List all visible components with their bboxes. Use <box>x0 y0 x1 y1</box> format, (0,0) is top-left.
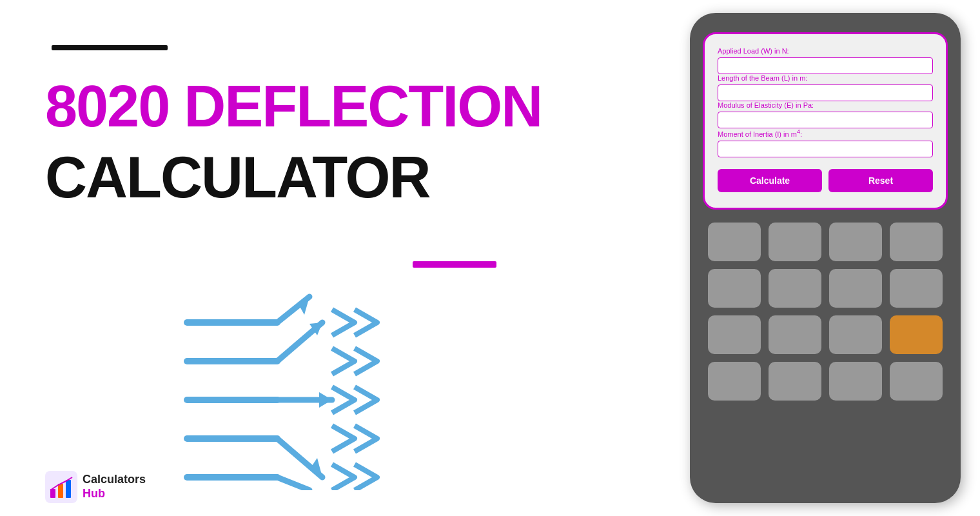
svg-marker-8 <box>319 392 332 408</box>
numpad <box>703 223 948 401</box>
logo-icon <box>45 471 77 503</box>
calculator-screen: Applied Load (W) in N: Length of the Bea… <box>703 32 948 210</box>
label-beam-length: Length of the Beam (L) in m: <box>718 74 933 82</box>
input-beam-length[interactable] <box>718 84 933 101</box>
key-14[interactable] <box>829 362 882 401</box>
calculator-container: Applied Load (W) in N: Length of the Bea… <box>690 13 961 503</box>
field-group-inertia: Moment of Inertia (I) in m4: <box>718 128 933 157</box>
field-group-load: Applied Load (W) in N: <box>718 47 933 74</box>
key-7[interactable] <box>829 269 882 308</box>
beam-illustration <box>168 290 413 490</box>
calculate-button[interactable]: Calculate <box>718 169 822 192</box>
left-section: 8020 DEFLECTION CALCULATOR <box>39 0 593 516</box>
field-group-length: Length of the Beam (L) in m: <box>718 74 933 101</box>
input-modulus[interactable] <box>718 112 933 128</box>
key-4[interactable] <box>890 223 943 261</box>
key-6[interactable] <box>769 269 821 308</box>
key-15[interactable] <box>890 362 943 401</box>
svg-rect-17 <box>66 480 71 498</box>
key-1[interactable] <box>708 223 761 261</box>
top-decorative-bar <box>52 45 168 50</box>
mid-decorative-bar <box>413 261 496 268</box>
key-2[interactable] <box>769 223 821 261</box>
logo-container: Calculators Hub <box>45 471 146 503</box>
svg-line-13 <box>277 477 309 490</box>
title-line1: 8020 DEFLECTION <box>45 77 542 135</box>
key-enter[interactable] <box>890 315 943 354</box>
key-13[interactable] <box>769 362 821 401</box>
reset-button[interactable]: Reset <box>828 169 933 192</box>
input-applied-load[interactable] <box>718 57 933 74</box>
key-10[interactable] <box>769 315 821 354</box>
key-3[interactable] <box>829 223 882 261</box>
key-12[interactable] <box>708 362 761 401</box>
key-11[interactable] <box>829 315 882 354</box>
action-buttons: Calculate Reset <box>718 169 933 192</box>
label-inertia: Moment of Inertia (I) in m4: <box>718 128 933 138</box>
input-inertia[interactable] <box>718 141 933 157</box>
field-group-modulus: Modulus of Elasticity (E) in Pa: <box>718 101 933 128</box>
key-5[interactable] <box>708 269 761 308</box>
logo-text: Calculators Hub <box>83 473 146 501</box>
key-9[interactable] <box>708 315 761 354</box>
calculator-body: Applied Load (W) in N: Length of the Bea… <box>690 13 961 503</box>
label-modulus: Modulus of Elasticity (E) in Pa: <box>718 101 933 109</box>
title-line2: CALCULATOR <box>45 148 430 206</box>
label-applied-load: Applied Load (W) in N: <box>718 47 933 55</box>
key-8[interactable] <box>890 269 943 308</box>
svg-rect-16 <box>58 484 63 498</box>
